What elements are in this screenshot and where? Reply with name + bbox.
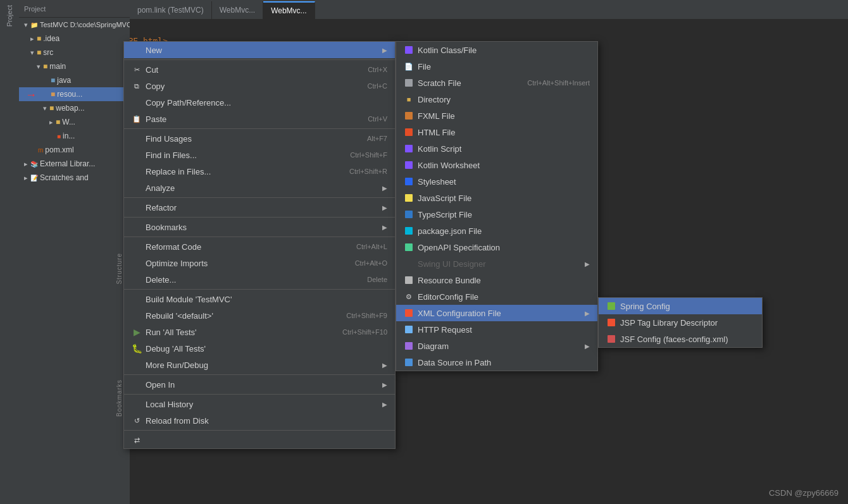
- menu-replace-label: Replace in Files...: [146, 167, 211, 176]
- tree-item-w[interactable]: ▸ ■ W...: [19, 115, 130, 129]
- new-swing-ui[interactable]: Swing UI Designer ▶: [396, 255, 597, 272]
- new-diagram[interactable]: Diagram ▶: [396, 338, 597, 354]
- menu-analyze[interactable]: Analyze ▶: [124, 180, 395, 196]
- jsp-tag-item[interactable]: JSP Tag Library Descriptor: [599, 314, 762, 331]
- resource-label: Resource Bundle: [418, 276, 481, 285]
- menu-copy[interactable]: ⧉ Copy Ctrl+C: [124, 78, 395, 94]
- menu-find-usages[interactable]: Find Usages Alt+F7: [124, 130, 395, 147]
- new-stylesheet[interactable]: Stylesheet: [396, 173, 597, 190]
- new-arrow: ▶: [382, 47, 387, 54]
- new-http-request[interactable]: HTTP Request: [396, 321, 597, 338]
- js-label: JavaScript File: [418, 194, 471, 203]
- file-icon-in: ■: [57, 133, 61, 140]
- tab-webmvc1[interactable]: WebMvc...: [212, 1, 263, 19]
- project-tab[interactable]: Project: [0, 0, 19, 32]
- menu-optimize[interactable]: Optimize Imports Ctrl+Alt+O: [124, 255, 395, 271]
- menu-more-run[interactable]: More Run/Debug ▶: [124, 357, 395, 373]
- menu-paste[interactable]: 📋 Paste Ctrl+V: [124, 111, 395, 127]
- paste-icon: 📋: [132, 114, 142, 124]
- new-xml-config[interactable]: XML Configuration File ▶: [396, 305, 597, 321]
- folder-icon-idea: ■: [37, 34, 41, 43]
- menu-open-in-label: Open In: [146, 380, 175, 390]
- menu-compare[interactable]: ⇄: [124, 432, 395, 448]
- new-file[interactable]: 📄 File: [396, 58, 597, 75]
- copy-left: ⧉ Copy: [132, 81, 165, 91]
- menu-reload[interactable]: ↺ Reload from Disk: [124, 412, 395, 429]
- new-datasource[interactable]: Data Source in Path: [396, 354, 597, 371]
- new-directory[interactable]: ■ Directory: [396, 91, 597, 108]
- rebuild-left: Rebuild '<default>': [132, 310, 213, 321]
- new-kotlin-script[interactable]: Kotlin Script: [396, 140, 597, 157]
- copy-icon: ⧉: [132, 81, 142, 91]
- resource-icon: [404, 275, 414, 285]
- menu-new[interactable]: New ▶: [124, 42, 395, 58]
- new-openapi[interactable]: OpenAPI Specification: [396, 239, 597, 255]
- html-label: HTML File: [418, 128, 455, 137]
- menu-copy-path[interactable]: Copy Path/Reference...: [124, 94, 395, 111]
- menu-local-history[interactable]: Local History ▶: [124, 396, 395, 412]
- menu-debug-tests[interactable]: 🐛 Debug 'All Tests': [124, 340, 395, 357]
- new-js[interactable]: JavaScript File: [396, 190, 597, 206]
- menu-find-files[interactable]: Find in Files... Ctrl+Shift+F: [124, 147, 395, 163]
- find-usages-left: Find Usages: [132, 133, 192, 144]
- new-editorconfig[interactable]: ⚙ EditorConfig File: [396, 288, 597, 305]
- new-html[interactable]: HTML File: [396, 124, 597, 140]
- new-fxml[interactable]: FXML File: [396, 108, 597, 124]
- tree-item-pom[interactable]: m pom.xml: [19, 143, 130, 157]
- tree-item-external-lib[interactable]: ▸ 📚 External Librar...: [19, 157, 130, 171]
- tree-item-scratches[interactable]: ▸ 📝 Scratches and: [19, 171, 130, 185]
- tree-item-main[interactable]: ▾ ■ main: [19, 59, 130, 73]
- new-package-json[interactable]: package.json File: [396, 223, 597, 239]
- new-kotlin-class[interactable]: Kotlin Class/File: [396, 42, 597, 58]
- find-usages-shortcut: Alt+F7: [367, 135, 387, 142]
- tree-item-idea[interactable]: ▸ ■ .idea: [19, 32, 130, 46]
- tree-item-testmvc[interactable]: ▾ 📁 TestMVC D:\code\SpringMVC1\TestMVC: [19, 18, 130, 32]
- menu-run-label: Run 'All Tests': [146, 328, 197, 337]
- delete-shortcut: Delete: [367, 276, 387, 283]
- jsp-label: JSP Tag Library Descriptor: [620, 318, 718, 328]
- menu-refactor[interactable]: Refactor ▶: [124, 199, 395, 216]
- tab-webmvc2[interactable]: WebMvc...: [263, 1, 315, 19]
- menu-reload-label: Reload from Disk: [146, 416, 209, 426]
- fxml-label: FXML File: [418, 111, 455, 121]
- menu-open-in[interactable]: Open In ▶: [124, 376, 395, 393]
- open-in-arrow: ▶: [382, 381, 387, 388]
- sep4: [124, 217, 395, 218]
- tree-item-java[interactable]: ■ java: [19, 73, 130, 87]
- menu-run-tests[interactable]: ▶ Run 'All Tests' Ctrl+Shift+F10: [124, 324, 395, 340]
- tree-item-webapp[interactable]: ▾ ■ webap...: [19, 101, 130, 115]
- menu-reformat-label: Reformat Code: [146, 242, 201, 252]
- menu-bookmarks[interactable]: Bookmarks ▶: [124, 219, 395, 235]
- spring-config-item[interactable]: Spring Config: [599, 298, 762, 314]
- menu-delete-label: Delete...: [146, 275, 176, 285]
- menu-rebuild[interactable]: Rebuild '<default>' Ctrl+Shift+F9: [124, 307, 395, 324]
- paste-shortcut: Ctrl+V: [368, 115, 387, 123]
- menu-build-module[interactable]: Build Module 'TestMVC': [124, 291, 395, 307]
- jsp-left: JSP Tag Library Descriptor: [606, 317, 718, 328]
- context-menu: New ▶ ✂ Cut Ctrl+X ⧉ Copy Ctrl+C Copy Pa…: [123, 41, 396, 449]
- jsf-icon: [606, 334, 616, 344]
- directory-icon: ■: [404, 94, 414, 104]
- tree-item-src[interactable]: ▾ ■ src: [19, 46, 130, 59]
- menu-cut[interactable]: ✂ Cut Ctrl+X: [124, 61, 395, 78]
- new-scratch[interactable]: Scratch File Ctrl+Alt+Shift+Insert: [396, 75, 597, 91]
- menu-delete[interactable]: Delete... Delete: [124, 271, 395, 288]
- menu-build-label: Build Module 'TestMVC': [146, 295, 232, 304]
- jsf-config-item[interactable]: JSF Config (faces-config.xml): [599, 331, 762, 347]
- copy-path-left: Copy Path/Reference...: [132, 97, 231, 108]
- new-resource-bundle[interactable]: Resource Bundle: [396, 272, 597, 288]
- more-run-arrow: ▶: [382, 362, 387, 369]
- new-ts[interactable]: TypeScript File: [396, 206, 597, 223]
- new-kotlin-worksheet[interactable]: Kotlin Worksheet: [396, 157, 597, 173]
- copy-shortcut: Ctrl+C: [368, 82, 387, 90]
- tree-item-in[interactable]: ■ in...: [19, 129, 130, 143]
- menu-optimize-label: Optimize Imports: [146, 259, 208, 268]
- menu-reformat[interactable]: Reformat Code Ctrl+Alt+L: [124, 238, 395, 255]
- menu-replace[interactable]: Replace in Files... Ctrl+Shift+R: [124, 163, 395, 180]
- sep2: [124, 128, 395, 129]
- reload-icon: ↺: [132, 415, 142, 426]
- sep5: [124, 237, 395, 237]
- tab-pomlink[interactable]: pom.link (TestMVC): [130, 1, 212, 19]
- folder-icon-webapp: ■: [49, 104, 54, 113]
- xml-config-arrow: ▶: [585, 310, 590, 317]
